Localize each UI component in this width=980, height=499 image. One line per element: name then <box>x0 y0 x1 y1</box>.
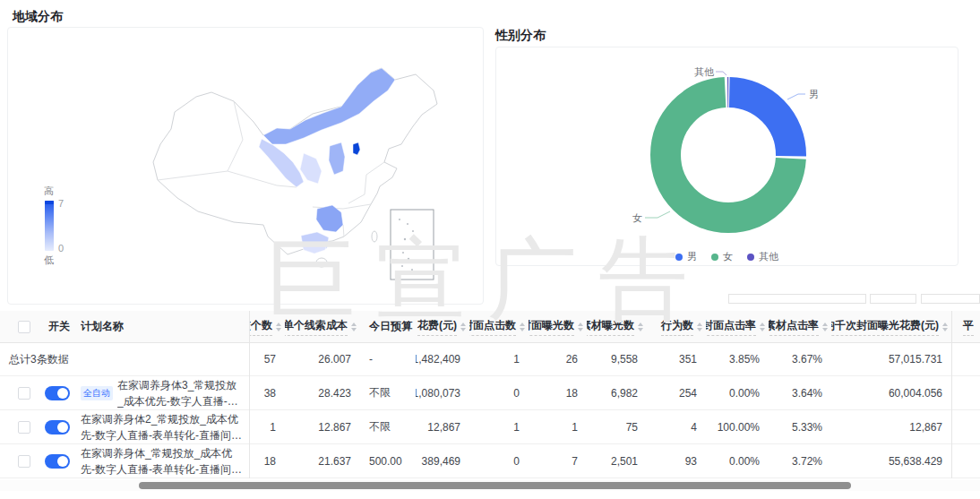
row-cell: 38 <box>249 387 285 400</box>
header-cell[interactable]: 行为数 <box>647 318 706 336</box>
table-row: 在家调养身体2_常规投放_成本优先-数字人直播-表单转化-直播间直投_1130_… <box>0 410 980 444</box>
header-cell[interactable]: 花费(元) <box>416 318 469 336</box>
row-cell: 不限 <box>360 419 416 434</box>
row-cell: 4 <box>647 421 706 434</box>
row-checkbox[interactable] <box>18 421 30 434</box>
header-cell[interactable]: 封面点击率 <box>706 318 769 336</box>
row-cell: 55,638.429 <box>831 455 951 468</box>
scale-high-label: 高 <box>44 185 76 198</box>
header-cell[interactable]: 素材点击率 <box>769 318 831 336</box>
row-cell: 1 <box>249 421 285 434</box>
scale-min-value: 0 <box>58 243 64 254</box>
sort-icon[interactable] <box>942 323 948 331</box>
row-checkbox-cell <box>0 387 36 400</box>
horizontal-scrollbar-thumb[interactable] <box>139 482 851 489</box>
sort-icon[interactable] <box>578 323 583 331</box>
plan-switch-toggle[interactable] <box>45 420 70 434</box>
summary-cell: 57 <box>249 353 285 366</box>
plan-name-cell: 全自动在家调养身体3_常规投放_成本优先-数字人直播-表单转化-直播间直投_11… <box>81 377 249 409</box>
row-cell: 18 <box>529 387 587 400</box>
select-all-checkbox[interactable] <box>18 321 30 333</box>
row-cell: 100.00% <box>706 421 769 434</box>
plan-name[interactable]: 在家调养身体3_常规投放_成本优先-数字人直播-表单转化-直播间直投_113..… <box>117 377 242 409</box>
gender-donut-chart[interactable]: 其他 男 女 <box>496 47 958 265</box>
row-checkbox[interactable] <box>18 455 30 468</box>
sort-icon[interactable] <box>697 323 702 331</box>
row-cell: 3.64% <box>769 387 831 400</box>
summary-cell: - <box>360 353 416 366</box>
summary-cell: 26 <box>529 353 587 366</box>
header-cell[interactable]: 封面曝光数 <box>529 318 587 336</box>
row-cell: 500.00 <box>360 455 416 468</box>
plan-name[interactable]: 在家调养身体2_常规投放_成本优先-数字人直播-表单转化-直播间直投_1130_… <box>81 411 242 443</box>
row-cell: 6,982 <box>587 387 647 400</box>
header-cell: 平 <box>951 318 980 336</box>
fixed-column-divider-left <box>249 311 250 478</box>
donut-slices <box>666 92 791 218</box>
summary-cell: 3.85% <box>706 353 769 366</box>
hainan-island <box>316 258 327 267</box>
header-cell: 开关 <box>36 319 81 334</box>
scale-max-value: 7 <box>58 198 64 209</box>
header-cell[interactable]: 平均千次封面曝光花费(元) <box>831 318 951 336</box>
header-label: 平 <box>963 318 974 336</box>
header-cell: 计划名称 <box>81 319 249 334</box>
header-label: 今日预算 <box>369 319 412 334</box>
row-cell: 18 <box>249 455 285 468</box>
header-label: 封面点击率 <box>706 318 756 336</box>
table-header-row: 开关计划名称交个数单个线索成本今日预算花费(元)封面点击数封面曝光数素材曝光数行… <box>0 311 980 343</box>
legend-item-其他[interactable]: 其他 <box>747 250 778 263</box>
row-cell: 28.423 <box>285 387 360 400</box>
plan-switch-toggle[interactable] <box>45 454 70 469</box>
watermark-fragment <box>870 294 916 304</box>
legend-dot <box>675 254 683 261</box>
header-cell[interactable]: 封面点击数 <box>469 318 529 336</box>
summary-cell: 26.007 <box>285 353 360 366</box>
province-guangxi-south <box>302 243 327 254</box>
callout-label-male: 男 <box>809 89 819 99</box>
row-switch-cell <box>36 386 81 400</box>
legend-item-女[interactable]: 女 <box>711 250 733 263</box>
summary-row: 总计3条数据5726.007-1,482,4091269,5583513.85%… <box>0 343 980 376</box>
row-cell: 2,501 <box>587 455 647 468</box>
map-scale-legend: 高 7 0 低 <box>40 185 76 267</box>
region-distribution-title: 地域分布 <box>13 9 63 25</box>
sort-icon[interactable] <box>351 323 357 331</box>
header-cell[interactable]: 单个线索成本 <box>285 318 360 336</box>
china-map[interactable] <box>8 28 483 304</box>
header-label: 封面点击数 <box>469 318 516 336</box>
plan-switch-toggle[interactable] <box>45 386 70 400</box>
row-checkbox[interactable] <box>18 387 30 400</box>
sort-icon[interactable] <box>638 323 643 331</box>
sort-icon[interactable] <box>760 323 765 331</box>
legend-dot <box>711 254 718 261</box>
header-label: 开关 <box>48 319 70 334</box>
row-cell: 3.72% <box>769 455 831 468</box>
header-cell[interactable]: 交个数 <box>249 318 285 336</box>
watermark-fragment <box>728 294 866 304</box>
row-cell: 60,004.056 <box>831 387 951 400</box>
legend-label: 其他 <box>759 250 778 263</box>
table-body: 全自动在家调养身体3_常规投放_成本优先-数字人直播-表单转化-直播间直投_11… <box>0 376 980 478</box>
row-cell: 0.00% <box>706 387 769 400</box>
row-checkbox-cell <box>0 455 36 468</box>
row-cell: 254 <box>647 387 706 400</box>
gender-distribution-title: 性别分布 <box>495 28 546 44</box>
sort-icon[interactable] <box>276 323 281 331</box>
legend-item-男[interactable]: 男 <box>675 250 697 263</box>
summary-cell: 351 <box>647 353 706 366</box>
sort-icon[interactable] <box>460 323 466 331</box>
dashboard-page: 地域分布 高 <box>0 0 980 499</box>
table-row: 在家调养身体_常规投放_成本优先-数字人直播-表单转化-直播间直投_1130_1… <box>0 444 980 478</box>
plan-name[interactable]: 在家调养身体_常规投放_成本优先-数字人直播-表单转化-直播间直投_1130_1… <box>81 445 242 477</box>
row-cell: 21.637 <box>285 455 360 468</box>
plan-name-cell: 在家调养身体2_常规投放_成本优先-数字人直播-表单转化-直播间直投_1130_… <box>81 411 249 443</box>
sort-icon[interactable] <box>822 323 828 331</box>
fixed-column-divider-right <box>951 311 952 478</box>
row-cell: 1 <box>529 421 587 434</box>
sort-icon[interactable] <box>520 323 525 331</box>
scale-low-label: 低 <box>44 254 76 267</box>
row-cell: 1 <box>469 421 529 434</box>
campaign-table: 开关计划名称交个数单个线索成本今日预算花费(元)封面点击数封面曝光数素材曝光数行… <box>0 311 980 478</box>
header-cell[interactable]: 素材曝光数 <box>587 318 647 336</box>
